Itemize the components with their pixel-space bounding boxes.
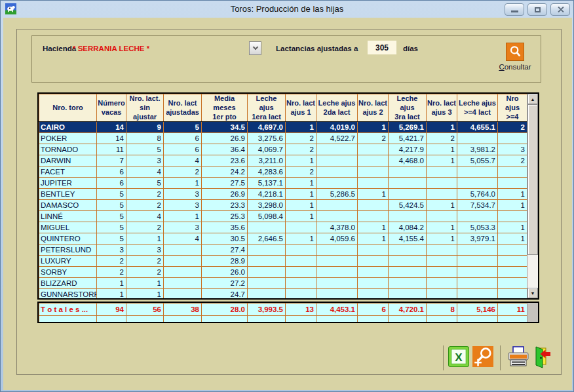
- value-cell: 2: [126, 256, 164, 267]
- table-row[interactable]: JUPITER65127.55,137.11: [39, 178, 527, 189]
- table-row[interactable]: GUNNARSTORP1124.7: [39, 289, 527, 298]
- close-button[interactable]: [550, 3, 570, 16]
- bull-name-cell: BENTLEY: [39, 189, 97, 200]
- value-cell: [316, 144, 358, 155]
- value-cell: 4,155.4: [389, 233, 427, 245]
- value-cell: [457, 178, 498, 189]
- value-cell: 1: [164, 211, 202, 222]
- value-cell: 2: [164, 167, 202, 178]
- minimize-icon: [511, 10, 518, 12]
- value-cell: 2: [126, 267, 164, 278]
- value-cell: [427, 211, 457, 222]
- value-cell: 2: [498, 155, 527, 167]
- value-cell: 3: [164, 200, 202, 211]
- value-cell: [316, 178, 358, 189]
- value-cell: 5,424.5: [389, 200, 427, 211]
- value-cell: 2,646.5: [248, 233, 286, 245]
- table-row[interactable]: LINNÉ54125.35,098.41: [39, 211, 527, 222]
- value-cell: [286, 289, 316, 298]
- content-area: Hacienda * SERRANIA LECHE * Lactancias a…: [3, 18, 572, 390]
- arrow-up-icon[interactable]: ▲: [527, 94, 538, 104]
- excel-export-button[interactable]: X: [448, 346, 469, 368]
- value-cell: 5,421.7: [389, 133, 427, 144]
- value-cell: 27.2: [202, 278, 248, 289]
- value-cell: 1: [286, 200, 316, 211]
- value-cell: [358, 245, 389, 256]
- value-cell: [358, 278, 389, 289]
- value-cell: 3: [97, 245, 126, 256]
- results-grid: Nro. toroNúmero vacasNro. lact. sin ajus…: [39, 94, 527, 298]
- value-cell: 11: [97, 144, 126, 155]
- scrollbar-thumb[interactable]: [527, 104, 538, 255]
- value-cell: 3: [498, 144, 527, 155]
- value-cell: [358, 167, 389, 178]
- value-cell: 3,981.2: [457, 144, 498, 155]
- table-row[interactable]: QUINTERO51430.52,646.514,059.614,155.413…: [39, 233, 527, 245]
- results-table-box: Nro. toroNúmero vacasNro. lact. sin ajus…: [37, 92, 539, 300]
- totals-value-cell: 6: [358, 304, 389, 316]
- value-cell: [358, 267, 389, 278]
- value-cell: 2: [97, 256, 126, 267]
- column-header: Leche ajus 2da lact: [316, 94, 358, 122]
- totals-value-cell: 13: [286, 304, 316, 316]
- bull-name-cell: JUPITER: [39, 178, 97, 189]
- column-header: Nro ajus >=4: [498, 94, 527, 122]
- table-row[interactable]: POKER148626.93,275.624,522.725,421.72: [39, 133, 527, 144]
- value-cell: 6: [97, 178, 126, 189]
- maximize-icon: [535, 7, 541, 12]
- value-cell: 36.4: [202, 144, 248, 155]
- printer-icon: [507, 346, 529, 367]
- value-cell: [316, 289, 358, 298]
- value-cell: [457, 267, 498, 278]
- table-row[interactable]: DAMASCO52323.33,298.015,424.517,534.71: [39, 200, 527, 211]
- table-row[interactable]: FACET64224.24,283.62: [39, 167, 527, 178]
- value-cell: [427, 289, 457, 298]
- minimize-button[interactable]: [505, 3, 524, 16]
- value-cell: 2: [126, 222, 164, 233]
- value-cell: 2: [286, 167, 316, 178]
- zoom-button[interactable]: [472, 346, 493, 368]
- column-header: Número vacas: [97, 94, 126, 122]
- table-row[interactable]: CAIRO149534.54,697.014,019.015,269.114,6…: [39, 122, 527, 133]
- table-row[interactable]: SORBY2226.0: [39, 267, 527, 278]
- close-icon: [557, 6, 564, 13]
- pad-cell: [316, 316, 358, 323]
- value-cell: 4,468.0: [389, 155, 427, 167]
- value-cell: 1: [427, 155, 457, 167]
- lactancias-input[interactable]: [368, 41, 396, 54]
- hacienda-dropdown-button[interactable]: [249, 41, 261, 55]
- value-cell: [389, 245, 427, 256]
- value-cell: [389, 289, 427, 298]
- pad-cell: [389, 316, 427, 323]
- maximize-button[interactable]: [527, 3, 547, 16]
- arrow-down-icon[interactable]: ▼: [527, 288, 538, 298]
- value-cell: 2: [126, 200, 164, 211]
- value-cell: 5: [126, 178, 164, 189]
- excel-icon: X: [448, 346, 469, 367]
- column-header: Leche ajus 3ra lact: [389, 94, 427, 122]
- value-cell: [164, 267, 202, 278]
- value-cell: [427, 267, 457, 278]
- table-row[interactable]: BLIZZARD1127.2: [39, 278, 527, 289]
- table-row[interactable]: DARWIN73423.63,211.014,468.015,055.72: [39, 155, 527, 167]
- vertical-scrollbar[interactable]: ▲ ▼: [527, 94, 538, 298]
- bull-name-cell: LINNÉ: [39, 211, 97, 222]
- value-cell: 1: [126, 289, 164, 298]
- value-cell: [389, 167, 427, 178]
- value-cell: [286, 278, 316, 289]
- table-row[interactable]: LUXURY2228.9: [39, 256, 527, 267]
- value-cell: 6: [97, 167, 126, 178]
- value-cell: 5,764.0: [457, 189, 498, 200]
- table-row[interactable]: PETERSLUND3327.4: [39, 245, 527, 256]
- table-row[interactable]: TORNADO115636.44,069.724,217.913,981.23: [39, 144, 527, 155]
- table-row[interactable]: BENTLEY52326.94,218.115,286.515,764.01: [39, 189, 527, 200]
- totals-value-cell: 11: [498, 304, 527, 316]
- value-cell: 4: [164, 233, 202, 245]
- print-button[interactable]: [507, 346, 529, 368]
- value-cell: 7,534.7: [457, 200, 498, 211]
- value-cell: [164, 256, 202, 267]
- exit-button[interactable]: [531, 346, 551, 368]
- table-row[interactable]: MIGUEL52335.64,378.014,084.215,053.31: [39, 222, 527, 233]
- value-cell: [358, 200, 389, 211]
- consultar-button[interactable]: Consultar: [491, 43, 539, 71]
